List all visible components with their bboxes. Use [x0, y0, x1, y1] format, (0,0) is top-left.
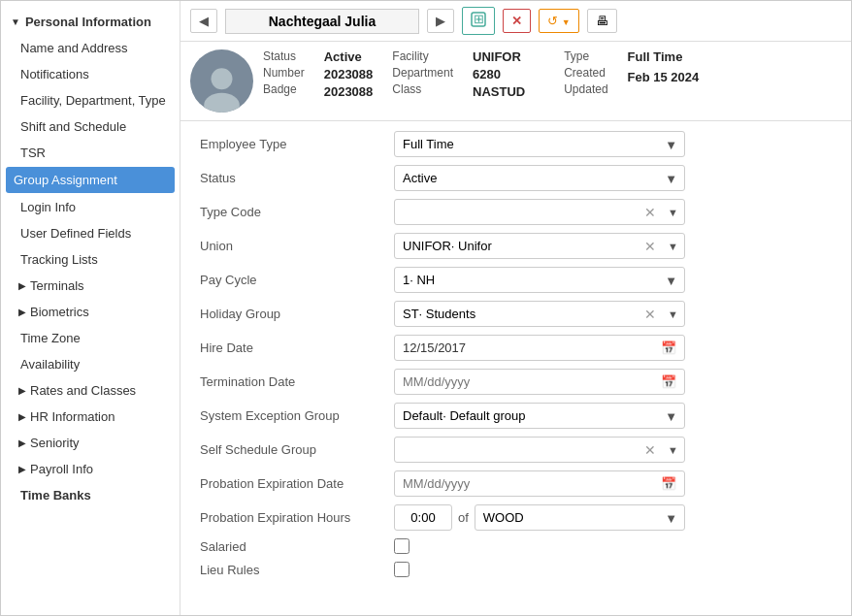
type-value: Full Time [628, 49, 700, 64]
sidebar-item-shift-and-schedule[interactable]: Shift and Schedule [1, 113, 180, 140]
type-code-label: Type Code [200, 205, 394, 219]
sidebar-item-payroll-info[interactable]: ▶ Payroll Info [1, 456, 180, 482]
pay-cycle-row: Pay Cycle 1· NH ▼ [200, 267, 832, 293]
system-exception-group-label: System Exception Group [200, 408, 394, 423]
probation-date-input[interactable] [395, 471, 653, 496]
hire-date-input[interactable] [395, 336, 653, 360]
sidebar-item-tracking-lists[interactable]: Tracking Lists [1, 246, 180, 273]
system-exception-group-select-wrapper: Default· Default group ▼ [394, 403, 685, 429]
holiday-group-input[interactable] [395, 302, 639, 326]
union-input-wrapper: ✕ ▼ [394, 233, 685, 259]
chevron-right-icon: ▶ [18, 411, 26, 422]
salaried-checkbox[interactable] [394, 538, 410, 554]
system-exception-group-select[interactable]: Default· Default group [394, 403, 685, 429]
print-button[interactable]: 🖶 [587, 9, 617, 33]
sidebar-item-tsr[interactable]: TSR [1, 140, 180, 166]
facility-value: UNIFOR [473, 49, 525, 64]
sidebar-item-notifications[interactable]: Notifications [1, 61, 180, 87]
holiday-group-row: Holiday Group ✕ ▼ [200, 301, 832, 327]
class-label: Class [392, 82, 453, 96]
employee-type-select[interactable]: Full Time [394, 131, 685, 157]
sidebar-item-biometrics[interactable]: ▶ Biometrics [1, 299, 180, 325]
sidebar-item-name-and-address[interactable]: Name and Address [1, 35, 180, 61]
sidebar-item-facility-department-type[interactable]: Facility, Department, Type [1, 87, 180, 113]
number-value: 2023088 [324, 67, 374, 81]
sidebar-item-time-zone[interactable]: Time Zone [1, 325, 180, 351]
status-select[interactable]: Active [394, 165, 685, 191]
created-label: Created [564, 66, 607, 80]
chevron-right-icon: ▶ [18, 464, 26, 474]
facility-label: Facility [392, 49, 453, 63]
self-schedule-group-label: Self Schedule Group [200, 442, 394, 457]
pay-cycle-select-wrapper: 1· NH ▼ [394, 267, 685, 293]
probation-date-row: Probation Expiration Date 📅 [200, 470, 832, 497]
header-panel: ◀ Nachtegaal Julia ▶ ⊞ ✕ ↺ ▼ 🖶 [180, 1, 851, 42]
status-field-label: Status [200, 171, 394, 185]
type-label: Type [564, 49, 607, 63]
hire-date-row: Hire Date 📅 [200, 335, 832, 361]
chevron-down-icon[interactable]: ▼ [662, 241, 684, 252]
calendar-icon: 📅 [653, 476, 684, 491]
union-label: Union [200, 239, 394, 253]
termination-date-wrapper: 📅 [394, 369, 685, 395]
lieu-rules-checkbox[interactable] [394, 562, 410, 577]
termination-date-input[interactable] [395, 370, 653, 394]
department-value: 6280 [473, 67, 525, 81]
sidebar-item-hr-information[interactable]: ▶ HR Information [1, 404, 180, 430]
status-label: Status [263, 49, 305, 63]
termination-date-label: Termination Date [200, 374, 394, 389]
pay-cycle-select[interactable]: 1· NH [394, 267, 685, 293]
form-area: Employee Type Full Time ▼ Status Active [180, 121, 851, 615]
system-exception-group-row: System Exception Group Default· Default … [200, 403, 832, 429]
type-code-clear-icon[interactable]: ✕ [639, 205, 662, 220]
status-value: Active [324, 49, 374, 64]
sidebar-item-terminals[interactable]: ▶ Terminals [1, 273, 180, 299]
class-value: NASTUD [473, 84, 525, 99]
lieu-rules-label: Lieu Rules [200, 563, 394, 577]
employee-info-row: Status Number Badge Active 2023088 20230… [180, 42, 851, 121]
employee-type-label: Employee Type [200, 137, 394, 151]
termination-date-row: Termination Date 📅 [200, 369, 832, 395]
calendar-icon: 📅 [653, 340, 684, 355]
hire-date-label: Hire Date [200, 340, 394, 355]
sidebar-item-time-banks[interactable]: Time Banks [1, 482, 180, 508]
probation-hours-group-select[interactable]: WOOD [475, 504, 685, 531]
self-schedule-clear-icon[interactable]: ✕ [639, 442, 662, 458]
union-input[interactable] [395, 234, 639, 258]
sidebar-section-personal-information[interactable]: ▼ Personal Information [1, 9, 180, 35]
next-button[interactable]: ▶ [427, 9, 454, 33]
export-icon: ⊞ [471, 12, 486, 27]
status-row: Status Active ▼ [200, 165, 832, 191]
export-button[interactable]: ⊞ [462, 7, 495, 35]
salaried-label: Salaried [200, 539, 394, 554]
sidebar-item-rates-and-classes[interactable]: ▶ Rates and Classes [1, 377, 180, 404]
self-schedule-group-row: Self Schedule Group ✕ ▼ [200, 437, 832, 463]
chevron-down-icon: ▼ [11, 16, 20, 27]
sidebar-item-seniority[interactable]: ▶ Seniority [1, 430, 180, 456]
sidebar-item-login-info[interactable]: Login Info [1, 194, 180, 220]
employee-type-row: Employee Type Full Time ▼ [200, 131, 832, 157]
prev-button[interactable]: ◀ [190, 9, 217, 33]
self-schedule-group-input[interactable] [395, 438, 639, 462]
sidebar-item-user-defined-fields[interactable]: User Defined Fields [1, 220, 180, 246]
union-clear-icon[interactable]: ✕ [639, 239, 662, 254]
updated-value: Feb 15 2024 [628, 70, 700, 84]
chevron-down-icon[interactable]: ▼ [662, 308, 684, 320]
chevron-down-icon[interactable]: ▼ [662, 207, 684, 218]
refresh-button[interactable]: ↺ ▼ [539, 9, 579, 33]
holiday-group-label: Holiday Group [200, 307, 394, 321]
type-code-input[interactable] [395, 200, 639, 224]
probation-date-wrapper: 📅 [394, 470, 685, 497]
close-button[interactable]: ✕ [503, 9, 531, 33]
updated-label: Updated [564, 82, 607, 96]
sidebar-section-label: Personal Information [25, 15, 151, 29]
probation-hours-input[interactable] [394, 504, 452, 531]
sidebar-item-availability[interactable]: Availability [1, 351, 180, 377]
lieu-rules-row: Lieu Rules [200, 562, 832, 577]
holiday-group-clear-icon[interactable]: ✕ [639, 307, 662, 322]
chevron-right-icon: ▶ [18, 385, 26, 396]
chevron-down-icon[interactable]: ▼ [662, 444, 684, 456]
sidebar-item-group-assignment[interactable]: Group Assignment [6, 167, 175, 193]
department-label: Department [392, 66, 453, 80]
print-icon: 🖶 [596, 14, 608, 28]
